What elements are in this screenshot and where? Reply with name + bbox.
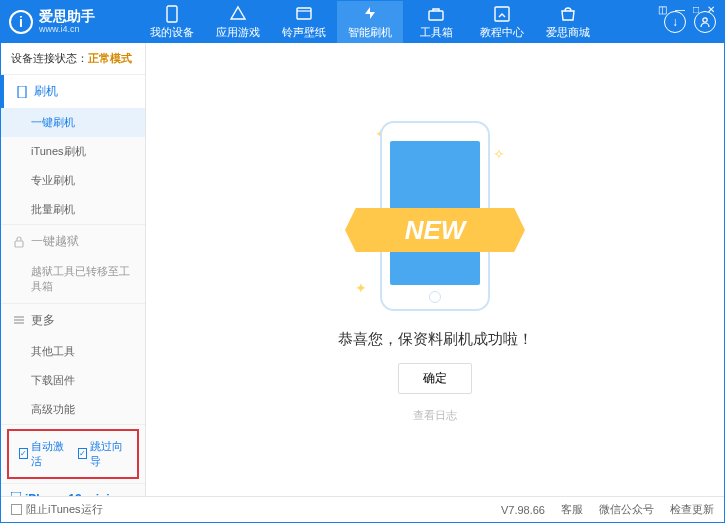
nav-tab-label: 爱思商城	[546, 25, 590, 40]
sidebar-item-flash-0[interactable]: 一键刷机	[1, 108, 145, 137]
sidebar-item-more-2[interactable]: 高级功能	[1, 395, 145, 424]
checkbox-highlight-box: ✓ 自动激活 ✓ 跳过向导	[7, 429, 139, 479]
nav-tab-1[interactable]: 应用游戏	[205, 1, 271, 43]
view-log-link[interactable]: 查看日志	[413, 408, 457, 423]
svg-point-4	[703, 18, 707, 22]
svg-rect-1	[297, 8, 311, 19]
sidebar-item-flash-3[interactable]: 批量刷机	[1, 195, 145, 224]
lock-icon	[13, 236, 25, 248]
section-more-label: 更多	[31, 312, 55, 329]
sidebar-item-more-0[interactable]: 其他工具	[1, 337, 145, 366]
svg-rect-2	[429, 11, 443, 20]
check-icon: ✓	[19, 448, 28, 459]
window-controls: ◫ — □ ✕	[658, 4, 715, 15]
tutorial-icon	[493, 5, 511, 23]
section-flash-header[interactable]: 刷机	[1, 75, 145, 108]
svg-rect-0	[167, 6, 177, 22]
nav-tab-label: 应用游戏	[216, 25, 260, 40]
body: 设备连接状态：正常模式 刷机 一键刷机iTunes刷机专业刷机批量刷机 一键越狱…	[1, 43, 724, 496]
sidebar-item-more-1[interactable]: 下载固件	[1, 366, 145, 395]
app-window: ◫ — □ ✕ i 爱思助手 www.i4.cn 我的设备应用游戏铃声壁纸智能刷…	[0, 0, 725, 523]
maximize-button[interactable]: □	[693, 4, 699, 15]
status-label: 设备连接状态：	[11, 52, 88, 64]
app-name: 爱思助手	[39, 9, 95, 24]
success-illustration: ✦ ✧ ✦ NEW	[355, 116, 515, 316]
checkbox-auto-activate-label: 自动激活	[31, 439, 68, 469]
nav-tab-4[interactable]: 工具箱	[403, 1, 469, 43]
sidebar-item-flash-1[interactable]: iTunes刷机	[1, 137, 145, 166]
new-ribbon: NEW	[345, 208, 525, 252]
nav-tab-2[interactable]: 铃声壁纸	[271, 1, 337, 43]
phone-icon	[16, 86, 28, 98]
connection-status: 设备连接状态：正常模式	[1, 43, 145, 75]
nav-tab-label: 工具箱	[420, 25, 453, 40]
checkbox-skip-guide[interactable]: ✓ 跳过向导	[78, 439, 127, 469]
nav-tabs: 我的设备应用游戏铃声壁纸智能刷机工具箱教程中心爱思商城	[139, 1, 664, 43]
service-link[interactable]: 客服	[561, 502, 583, 517]
nav-tab-3[interactable]: 智能刷机	[337, 1, 403, 43]
footer: 阻止iTunes运行 V7.98.66 客服 微信公众号 检查更新	[1, 496, 724, 522]
titlebar: i 爱思助手 www.i4.cn 我的设备应用游戏铃声壁纸智能刷机工具箱教程中心…	[1, 1, 724, 43]
section-jailbreak-header[interactable]: 一键越狱	[1, 225, 145, 258]
section-more-header[interactable]: 更多	[1, 304, 145, 337]
nav-tab-0[interactable]: 我的设备	[139, 1, 205, 43]
nav-tab-label: 智能刷机	[348, 25, 392, 40]
app-url: www.i4.cn	[39, 25, 95, 35]
apps-icon	[229, 5, 247, 23]
checkbox-skip-guide-label: 跳过向导	[90, 439, 127, 469]
sidebar-item-flash-2[interactable]: 专业刷机	[1, 166, 145, 195]
sparkle-icon: ✧	[493, 146, 505, 162]
nav-tab-label: 铃声壁纸	[282, 25, 326, 40]
menu-icon	[13, 314, 25, 326]
section-jailbreak: 一键越狱 越狱工具已转移至工具箱	[1, 225, 145, 304]
nav-tab-6[interactable]: 爱思商城	[535, 1, 601, 43]
confirm-button[interactable]: 确定	[398, 363, 472, 394]
wechat-link[interactable]: 微信公众号	[599, 502, 654, 517]
checkbox-auto-activate[interactable]: ✓ 自动激活	[19, 439, 68, 469]
block-itunes-label: 阻止iTunes运行	[26, 502, 103, 517]
main-content: ✦ ✧ ✦ NEW 恭喜您，保资料刷机成功啦！ 确定 查看日志	[146, 43, 724, 496]
section-flash-label: 刷机	[34, 83, 58, 100]
check-update-link[interactable]: 检查更新	[670, 502, 714, 517]
nav-tab-label: 教程中心	[480, 25, 524, 40]
section-jailbreak-label: 一键越狱	[31, 233, 79, 250]
media-icon	[295, 5, 313, 23]
store-icon	[559, 5, 577, 23]
check-icon: ✓	[78, 448, 87, 459]
nav-tab-label: 我的设备	[150, 25, 194, 40]
user-icon	[699, 16, 711, 28]
close-button[interactable]: ✕	[707, 4, 715, 15]
minimize-button[interactable]: —	[675, 4, 685, 15]
success-message: 恭喜您，保资料刷机成功啦！	[338, 330, 533, 349]
section-more: 更多 其他工具下载固件高级功能	[1, 304, 145, 425]
device-info[interactable]: iPhone 12 mini 64GB Down-12mini-13,1	[1, 483, 145, 496]
tool-button[interactable]: ◫	[658, 4, 667, 15]
version-label: V7.98.66	[501, 504, 545, 516]
toolbox-icon	[427, 5, 445, 23]
sparkle-icon: ✦	[355, 280, 367, 296]
nav-tab-5[interactable]: 教程中心	[469, 1, 535, 43]
jailbreak-note: 越狱工具已转移至工具箱	[1, 258, 145, 303]
svg-rect-5	[18, 86, 26, 98]
checkbox-block-itunes[interactable]	[11, 504, 22, 515]
phone-icon	[163, 5, 181, 23]
flash-icon	[361, 5, 379, 23]
logo-area: i 爱思助手 www.i4.cn	[9, 9, 139, 34]
section-flash: 刷机 一键刷机iTunes刷机专业刷机批量刷机	[1, 75, 145, 225]
svg-rect-6	[15, 241, 23, 247]
logo-icon: i	[9, 10, 33, 34]
sidebar: 设备连接状态：正常模式 刷机 一键刷机iTunes刷机专业刷机批量刷机 一键越狱…	[1, 43, 146, 496]
status-value: 正常模式	[88, 52, 132, 64]
